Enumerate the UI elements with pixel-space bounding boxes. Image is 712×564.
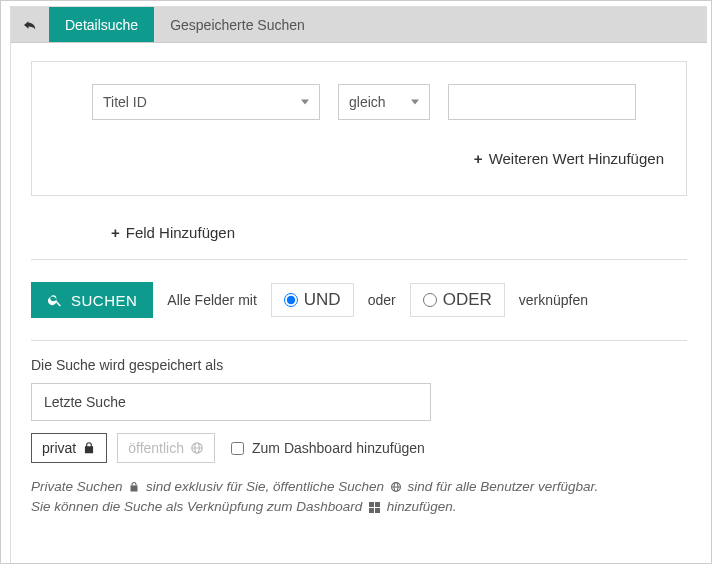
app-window: Detailsuche Gespeicherte Suchen Titel ID… — [0, 0, 712, 564]
info-l1a: Private Suchen — [31, 479, 123, 494]
dashboard-checkbox-input[interactable] — [231, 442, 244, 455]
back-button[interactable] — [11, 7, 49, 42]
radio-and[interactable]: UND — [271, 283, 354, 317]
content-area: Titel ID gleich +Weiteren Wert Hinzufüge… — [11, 43, 707, 518]
lock-icon — [82, 441, 96, 455]
dashboard-checkbox[interactable]: Zum Dashboard hinzufügen — [231, 440, 425, 456]
private-button[interactable]: privat — [31, 433, 107, 463]
radio-and-label: UND — [304, 290, 341, 310]
info-l2a: Sie können die Suche als Verknüpfung zum… — [31, 499, 362, 514]
info-text: Private Suchen sind exklusiv für Sie, öf… — [31, 477, 687, 518]
radio-or-label: ODER — [443, 290, 492, 310]
private-label: privat — [42, 440, 76, 456]
radio-and-input[interactable] — [284, 293, 298, 307]
add-field-button[interactable]: +Feld Hinzufügen — [111, 224, 687, 241]
save-section: Die Suche wird gespeichert als privat öf… — [31, 341, 687, 518]
info-l2b: hinzufügen. — [387, 499, 457, 514]
field-dropdown-value: Titel ID — [103, 94, 147, 110]
combine-prefix: Alle Felder mit — [167, 292, 256, 308]
add-field-label: Feld Hinzufügen — [126, 224, 235, 241]
tab-bar: Detailsuche Gespeicherte Suchen — [11, 7, 707, 43]
tab-detailsuche[interactable]: Detailsuche — [49, 7, 154, 42]
back-arrow-icon — [21, 16, 39, 34]
save-name-input[interactable] — [31, 383, 431, 421]
operator-dropdown[interactable]: gleich — [338, 84, 430, 120]
panel: Detailsuche Gespeicherte Suchen Titel ID… — [10, 6, 707, 563]
radio-or-input[interactable] — [423, 293, 437, 307]
dashboard-checkbox-label: Zum Dashboard hinzufügen — [252, 440, 425, 456]
info-l1b: sind exklusiv für Sie, öffentliche Suche… — [146, 479, 384, 494]
add-value-label: Weiteren Wert Hinzufügen — [489, 150, 664, 167]
plus-icon: + — [474, 150, 483, 167]
lock-icon — [128, 481, 140, 493]
search-button[interactable]: SUCHEN — [31, 282, 153, 318]
info-l1c: sind für alle Benutzer verfügbar. — [408, 479, 599, 494]
globe-icon — [390, 481, 402, 493]
save-heading: Die Suche wird gespeichert als — [31, 357, 687, 373]
combine-middle: oder — [368, 292, 396, 308]
search-bar-row: SUCHEN Alle Felder mit UND oder ODER ver… — [31, 260, 687, 340]
globe-icon — [190, 441, 204, 455]
search-button-label: SUCHEN — [71, 292, 137, 309]
plus-icon: + — [111, 224, 120, 241]
field-dropdown[interactable]: Titel ID — [92, 84, 320, 120]
public-label: öffentlich — [128, 440, 184, 456]
chevron-down-icon — [411, 100, 419, 105]
combine-suffix: verknüpfen — [519, 292, 588, 308]
public-button[interactable]: öffentlich — [117, 433, 215, 463]
search-icon — [47, 292, 63, 308]
chevron-down-icon — [301, 100, 309, 105]
operator-dropdown-value: gleich — [349, 94, 386, 110]
dashboard-icon — [369, 502, 380, 513]
criteria-row: Titel ID gleich — [92, 84, 664, 120]
criteria-box: Titel ID gleich +Weiteren Wert Hinzufüge… — [31, 61, 687, 196]
value-input[interactable] — [448, 84, 636, 120]
add-value-button[interactable]: +Weiteren Wert Hinzufügen — [92, 150, 664, 167]
radio-or[interactable]: ODER — [410, 283, 505, 317]
tab-gespeicherte-suchen[interactable]: Gespeicherte Suchen — [154, 7, 321, 42]
visibility-row: privat öffentlich Zum Dashboard hinzufüg… — [31, 433, 687, 463]
